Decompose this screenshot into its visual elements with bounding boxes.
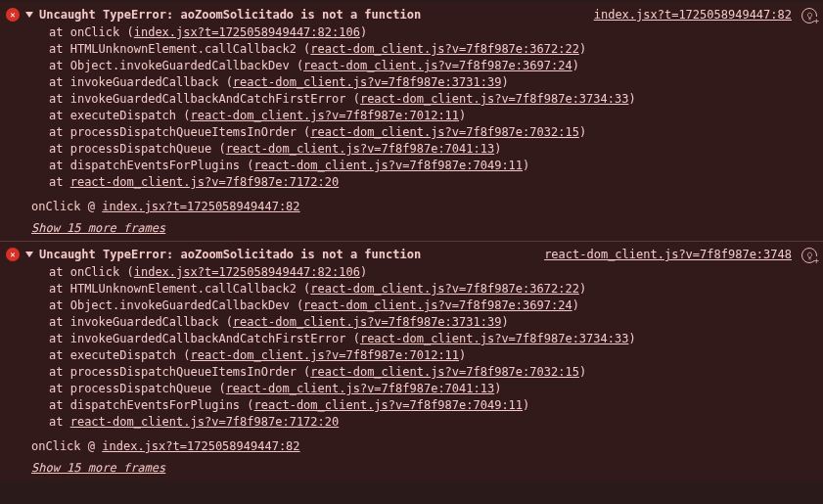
frame-function: processDispatchQueueItemsInOrder (70, 365, 297, 379)
paren-close: ) (579, 365, 586, 379)
show-more-frames-link[interactable]: Show 15 more frames (31, 221, 817, 235)
paren-close: ) (628, 332, 635, 345)
origin-function: onClick (31, 200, 81, 213)
frame-location-link[interactable]: react-dom_client.js?v=7f8f987e:7172:20 (70, 175, 340, 189)
paren-close: ) (501, 75, 508, 89)
source-location-link[interactable]: index.jsx?t=1725058949447:82 (594, 6, 792, 22)
frame-location-link[interactable]: react-dom_client.js?v=7f8f987e:3697:24 (303, 59, 572, 72)
frame-location-link[interactable]: react-dom_client.js?v=7f8f987e:7041:13 (226, 142, 495, 156)
frame-function: Object.invokeGuardedCallbackDev (70, 59, 290, 72)
frame-at-prefix: at (49, 298, 70, 312)
disclosure-triangle-icon[interactable] (25, 12, 33, 18)
frame-location-link[interactable]: react-dom_client.js?v=7f8f987e:3734:33 (360, 332, 629, 345)
frame-location-link[interactable]: react-dom_client.js?v=7f8f987e:3697:24 (303, 298, 572, 312)
paren-close: ) (579, 282, 586, 296)
stack-frame: at invokeGuardedCallbackAndCatchFirstErr… (49, 91, 817, 108)
frame-function: invokeGuardedCallback (70, 315, 219, 329)
stack-frame: at processDispatchQueue (react-dom_clien… (49, 381, 817, 397)
error-origin: onClick @ index.jsx?t=1725058949447:82 (31, 199, 817, 215)
error-message: Uncaught TypeError: aoZoomSolicitado is … (39, 6, 576, 22)
frame-function: dispatchEventsForPlugins (70, 398, 240, 412)
error-message: Uncaught TypeError: aoZoomSolicitado is … (39, 246, 526, 261)
paren-open: ( (240, 159, 253, 172)
frame-at-prefix: at (49, 348, 70, 362)
paren-open: ( (290, 298, 303, 312)
paren-close: ) (360, 265, 367, 279)
frame-function: invokeGuardedCallbackAndCatchFirstError (70, 92, 346, 106)
stack-frame: at HTMLUnknownElement.callCallback2 (rea… (49, 41, 817, 58)
frame-function: executeDispatch (70, 348, 176, 362)
stack-frame: at onClick (index.jsx?t=1725058949447:82… (49, 264, 817, 281)
paren-open: ( (345, 92, 359, 106)
stack-frame: at react-dom_client.js?v=7f8f987e:7172:2… (49, 414, 817, 431)
frame-function: dispatchEventsForPlugins (70, 159, 240, 172)
frame-location-link[interactable]: index.jsx?t=1725058949447:82:106 (134, 25, 360, 39)
frame-location-link[interactable]: react-dom_client.js?v=7f8f987e:7012:11 (191, 109, 460, 122)
frame-location-link[interactable]: react-dom_client.js?v=7f8f987e:7032:15 (310, 125, 579, 139)
frame-function: invokeGuardedCallbackAndCatchFirstError (70, 332, 346, 345)
frame-function: processDispatchQueueItemsInOrder (70, 125, 297, 139)
frame-at-prefix: at (49, 142, 70, 156)
frame-location-link[interactable]: react-dom_client.js?v=7f8f987e:7049:11 (254, 398, 524, 412)
lightbulb-icon[interactable] (801, 248, 817, 263)
stack-frame: at invokeGuardedCallbackAndCatchFirstErr… (49, 331, 817, 347)
frame-location-link[interactable]: react-dom_client.js?v=7f8f987e:7049:11 (254, 159, 524, 172)
frame-function: HTMLUnknownElement.callCallback2 (70, 282, 297, 296)
show-more-frames-link[interactable]: Show 15 more frames (31, 461, 817, 475)
frame-at-prefix: at (49, 92, 70, 106)
paren-open: ( (119, 25, 133, 39)
disclosure-triangle-icon[interactable] (25, 252, 33, 257)
frame-at-prefix: at (49, 59, 70, 72)
paren-close: ) (572, 59, 579, 72)
paren-open: ( (290, 59, 303, 72)
paren-open: ( (176, 109, 190, 122)
origin-location-link[interactable]: index.jsx?t=1725058949447:82 (102, 200, 299, 213)
paren-close: ) (579, 125, 586, 139)
origin-separator (81, 439, 88, 453)
lightbulb-icon[interactable] (801, 8, 817, 23)
paren-open: ( (218, 315, 232, 329)
origin-function: onClick (31, 439, 81, 453)
frame-location-link[interactable]: react-dom_client.js?v=7f8f987e:7012:11 (191, 348, 460, 362)
console-error: Uncaught TypeError: aoZoomSolicitado is … (0, 241, 823, 481)
stack-trace: at onClick (index.jsx?t=1725058949447:82… (49, 264, 817, 431)
frame-location-link[interactable]: react-dom_client.js?v=7f8f987e:3731:39 (233, 75, 502, 89)
paren-close: ) (360, 25, 367, 39)
frame-location-link[interactable]: react-dom_client.js?v=7f8f987e:7041:13 (226, 382, 495, 395)
paren-close: ) (501, 315, 508, 329)
frame-location-link[interactable]: react-dom_client.js?v=7f8f987e:3734:33 (360, 92, 629, 106)
paren-open: ( (297, 282, 310, 296)
stack-trace: at onClick (index.jsx?t=1725058949447:82… (49, 24, 817, 191)
frame-at-prefix: at (49, 42, 70, 56)
frame-at-prefix: at (49, 159, 70, 172)
frame-location-link[interactable]: react-dom_client.js?v=7f8f987e:3672:22 (310, 282, 579, 296)
frame-location-link[interactable]: react-dom_client.js?v=7f8f987e:7172:20 (70, 415, 340, 429)
frame-function: processDispatchQueue (70, 382, 212, 395)
stack-frame: at Object.invokeGuardedCallbackDev (reac… (49, 58, 817, 74)
frame-location-link[interactable]: react-dom_client.js?v=7f8f987e:3672:22 (310, 42, 579, 56)
frame-function: invokeGuardedCallback (70, 75, 219, 89)
stack-frame: at dispatchEventsForPlugins (react-dom_c… (49, 158, 817, 174)
paren-open: ( (297, 42, 310, 56)
origin-location-link[interactable]: index.jsx?t=1725058949447:82 (102, 439, 299, 453)
frame-function: Object.invokeGuardedCallbackDev (70, 298, 290, 312)
paren-open: ( (176, 348, 190, 362)
frame-at-prefix: at (49, 415, 70, 429)
frame-location-link[interactable]: react-dom_client.js?v=7f8f987e:7032:15 (310, 365, 579, 379)
frame-location-link[interactable]: index.jsx?t=1725058949447:82:106 (134, 265, 360, 279)
error-icon (6, 8, 20, 22)
paren-open: ( (345, 332, 359, 345)
stack-frame: at processDispatchQueueItemsInOrder (rea… (49, 364, 817, 381)
paren-close: ) (579, 42, 586, 56)
frame-at-prefix: at (49, 125, 70, 139)
stack-frame: at executeDispatch (react-dom_client.js?… (49, 347, 817, 364)
source-location-link[interactable]: react-dom_client.js?v=7f8f987e:3748 (544, 246, 792, 261)
paren-open: ( (218, 75, 232, 89)
frame-function: onClick (70, 25, 120, 39)
error-origin: onClick @ index.jsx?t=1725058949447:82 (31, 438, 817, 455)
paren-close: ) (459, 109, 466, 122)
paren-open: ( (211, 382, 225, 395)
stack-frame: at executeDispatch (react-dom_client.js?… (49, 108, 817, 124)
frame-location-link[interactable]: react-dom_client.js?v=7f8f987e:3731:39 (233, 315, 502, 329)
frame-function: HTMLUnknownElement.callCallback2 (70, 42, 297, 56)
